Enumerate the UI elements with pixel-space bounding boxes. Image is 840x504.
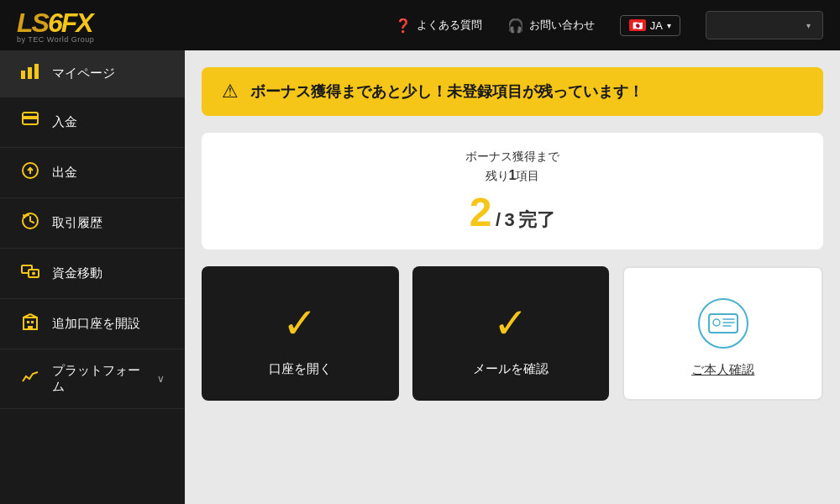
bonus-banner: ⚠ ボーナス獲得まであと少し！未登録項目が残っています！ bbox=[202, 67, 823, 116]
faq-label: よくある質問 bbox=[417, 18, 482, 33]
step-open-account[interactable]: ✓ 口座を開く bbox=[202, 266, 399, 401]
contact-nav-item[interactable]: 🎧 お問い合わせ bbox=[507, 18, 595, 34]
history-icon bbox=[20, 212, 40, 234]
sidebar-withdraw-label: 出金 bbox=[52, 165, 77, 181]
svg-point-19 bbox=[713, 319, 720, 326]
warning-icon: ⚠ bbox=[222, 81, 239, 102]
banner-text: ボーナス獲得まであと少し！未登録項目が残っています！ bbox=[250, 81, 643, 102]
account-chevron-icon: ▾ bbox=[806, 21, 811, 30]
language-button[interactable]: 🇯🇵 JA ▾ bbox=[620, 15, 680, 36]
checkmark-icon-2: ✓ bbox=[493, 299, 528, 348]
svg-rect-15 bbox=[28, 326, 33, 329]
progress-fraction: 2 / 3 完了 bbox=[222, 192, 803, 233]
svg-rect-4 bbox=[23, 116, 38, 119]
contact-label: お問い合わせ bbox=[529, 18, 595, 33]
sidebar-item-transfer[interactable]: 資金移動 bbox=[0, 249, 185, 299]
contact-icon: 🎧 bbox=[507, 18, 524, 34]
step-identity[interactable]: ご本人確認 bbox=[622, 266, 823, 401]
progress-current: 2 bbox=[470, 190, 492, 234]
sidebar-item-deposit[interactable]: 入金 bbox=[0, 97, 185, 148]
header-nav: ❓ よくある質問 🎧 お問い合わせ 🇯🇵 JA ▾ ▾ bbox=[395, 11, 823, 39]
sidebar-open-account-label: 追加口座を開設 bbox=[52, 316, 140, 332]
sidebar-deposit-label: 入金 bbox=[52, 114, 77, 130]
step-identity-label: ご本人確認 bbox=[691, 362, 754, 378]
identity-icon-wrapper bbox=[698, 298, 748, 349]
faq-nav-item[interactable]: ❓ よくある質問 bbox=[395, 18, 482, 34]
logo-sub: by TEC World Group bbox=[17, 35, 94, 44]
lang-code: JA bbox=[650, 19, 663, 32]
building-icon bbox=[20, 312, 40, 335]
progress-card: ボーナス獲得まで 残り1項目 2 / 3 完了 bbox=[202, 133, 823, 249]
progress-title: ボーナス獲得まで bbox=[222, 150, 803, 165]
sidebar-transfer-label: 資金移動 bbox=[52, 265, 102, 281]
step-confirm-email[interactable]: ✓ メールを確認 bbox=[412, 266, 610, 401]
svg-rect-2 bbox=[34, 64, 39, 79]
checkmark-icon-1: ✓ bbox=[282, 299, 318, 348]
svg-point-11 bbox=[32, 272, 35, 276]
sidebar-mypage-label: マイページ bbox=[52, 66, 115, 81]
bar-chart-icon bbox=[20, 64, 40, 83]
svg-rect-0 bbox=[21, 71, 25, 79]
transfer-icon bbox=[20, 262, 40, 285]
faq-icon: ❓ bbox=[395, 18, 412, 34]
platform-icon bbox=[20, 370, 40, 389]
svg-rect-14 bbox=[31, 321, 34, 323]
sidebar-item-open-account[interactable]: 追加口座を開設 bbox=[0, 299, 185, 349]
sidebar-history-label: 取引履歴 bbox=[52, 215, 102, 231]
progress-total: 3 bbox=[505, 209, 515, 230]
lang-chevron-icon: ▾ bbox=[667, 21, 671, 30]
withdraw-icon bbox=[20, 161, 40, 184]
platform-chevron-icon: ∨ bbox=[157, 373, 165, 385]
sidebar-item-withdraw[interactable]: 出金 bbox=[0, 148, 185, 198]
account-button[interactable]: ▾ bbox=[706, 11, 823, 39]
header: LS 6FX by TEC World Group ❓ よくある質問 🎧 お問い… bbox=[0, 0, 840, 50]
sidebar-item-mypage[interactable]: マイページ bbox=[0, 50, 185, 97]
logo: LS 6FX by TEC World Group bbox=[17, 8, 94, 44]
svg-point-5 bbox=[25, 120, 28, 123]
id-card-icon bbox=[708, 308, 738, 339]
progress-complete: 完了 bbox=[518, 209, 555, 230]
flag-icon: 🇯🇵 bbox=[629, 19, 646, 31]
sidebar-item-history[interactable]: 取引履歴 bbox=[0, 198, 185, 249]
step-confirm-email-label: メールを確認 bbox=[473, 361, 549, 377]
progress-subtitle: 残り1項目 bbox=[222, 168, 803, 184]
sidebar-item-platform[interactable]: プラットフォーム ∨ bbox=[0, 349, 185, 409]
sidebar-platform-label: プラットフォーム bbox=[52, 363, 145, 395]
layout: マイページ 入金 出金 bbox=[0, 50, 840, 504]
svg-rect-1 bbox=[28, 67, 32, 79]
deposit-icon bbox=[20, 111, 40, 134]
main-content: ⚠ ボーナス獲得まであと少し！未登録項目が残っています！ ボーナス獲得まで 残り… bbox=[185, 50, 840, 504]
progress-separator: / bbox=[496, 209, 501, 230]
step-open-account-label: 口座を開く bbox=[269, 361, 332, 377]
steps-container: ✓ 口座を開く ✓ メールを確認 ご本 bbox=[202, 266, 823, 401]
sidebar: マイページ 入金 出金 bbox=[0, 50, 185, 504]
svg-rect-13 bbox=[27, 321, 29, 323]
